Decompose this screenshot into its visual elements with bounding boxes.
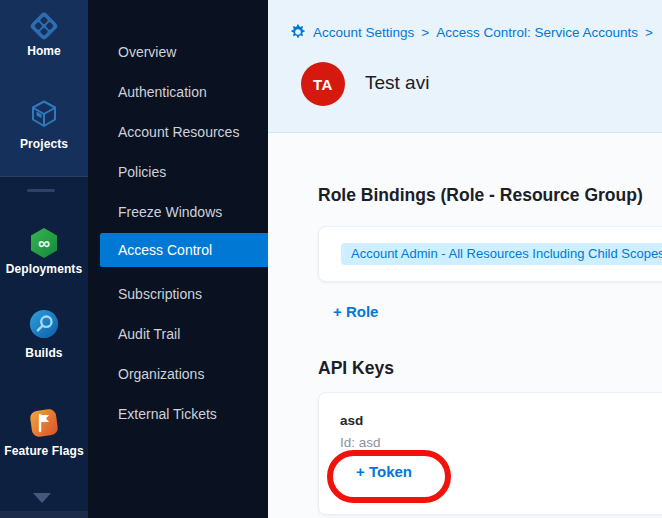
api-key-name: asd [340,413,363,428]
home-icon [28,10,60,42]
role-bindings-card: Account Admin - All Resources Including … [318,226,662,282]
settings-sidebar: Overview Authentication Account Resource… [88,0,268,518]
deployments-hexagon-icon: ∞ [27,226,61,260]
sidebar-item-projects-label: Projects [0,137,88,151]
api-key-id: Id: asd [340,435,381,450]
sidebar-item-deployments-label: Deployments [0,262,88,276]
role-binding-chip-row: Account Admin - All Resources Including … [341,243,662,265]
breadcrumb-link-access-control-service-accounts[interactable]: Access Control: Service Accounts [436,25,638,40]
page-header: Account Settings > Access Control: Servi… [268,0,662,133]
builds-magnifier-icon [28,308,60,340]
sidebar-bottom-strip [0,511,88,518]
add-token-button[interactable]: + Token [356,463,412,480]
sidebar-item-deployments[interactable]: ∞ [0,226,88,264]
sidebar-item-authentication[interactable]: Authentication [118,82,207,102]
sidebar-item-builds[interactable] [0,308,88,344]
sidebar-item-builds-label: Builds [0,346,88,360]
infinity-glyph: ∞ [38,234,50,253]
sidebar-item-policies[interactable]: Policies [118,162,166,182]
sidebar-item-external-tickets[interactable]: External Tickets [118,404,217,424]
breadcrumb-link-account-settings[interactable]: Account Settings [313,25,414,40]
sidebar-section-divider [27,189,55,192]
breadcrumb-separator: > [645,25,653,40]
sidebar-item-account-resources[interactable]: Account Resources [118,122,239,142]
sidebar-item-feature-flags-label: Feature Flags [0,444,88,458]
page-title: Test avi [365,72,429,94]
module-sidebar: Home Projects ∞ Deployments [0,0,88,518]
main-panel: Role Bindings (Role - Resource Group) Ac… [268,133,662,518]
api-keys-heading: API Keys [318,358,394,379]
sidebar-item-overview[interactable]: Overview [118,42,176,62]
sidebar-item-home-label: Home [0,44,88,58]
gear-icon [290,24,306,40]
role-bindings-heading: Role Bindings (Role - Resource Group) [318,185,643,206]
breadcrumb-separator: > [421,25,429,40]
add-role-button[interactable]: + Role [333,303,378,320]
sidebar-item-audit-trail[interactable]: Audit Trail [118,324,180,344]
sidebar-item-feature-flags[interactable] [0,406,88,444]
chevron-down-icon[interactable] [33,493,51,503]
feature-flags-flag-icon [27,406,61,440]
sidebar-item-freeze-windows[interactable]: Freeze Windows [118,202,222,222]
sidebar-item-organizations[interactable]: Organizations [118,364,204,384]
sidebar-item-projects[interactable] [0,98,88,134]
sidebar-item-home[interactable] [0,10,88,46]
avatar: TA [301,62,345,106]
api-key-card: asd Id: asd + Token [318,392,662,515]
sidebar-item-access-control[interactable]: Access Control [100,233,268,267]
breadcrumb: Account Settings > Access Control: Servi… [290,24,653,40]
content-area: Account Settings > Access Control: Servi… [268,0,662,518]
role-binding-chip[interactable]: Account Admin - All Resources Including … [341,243,662,265]
sidebar-item-subscriptions[interactable]: Subscriptions [118,284,202,304]
projects-cube-icon [28,98,60,130]
